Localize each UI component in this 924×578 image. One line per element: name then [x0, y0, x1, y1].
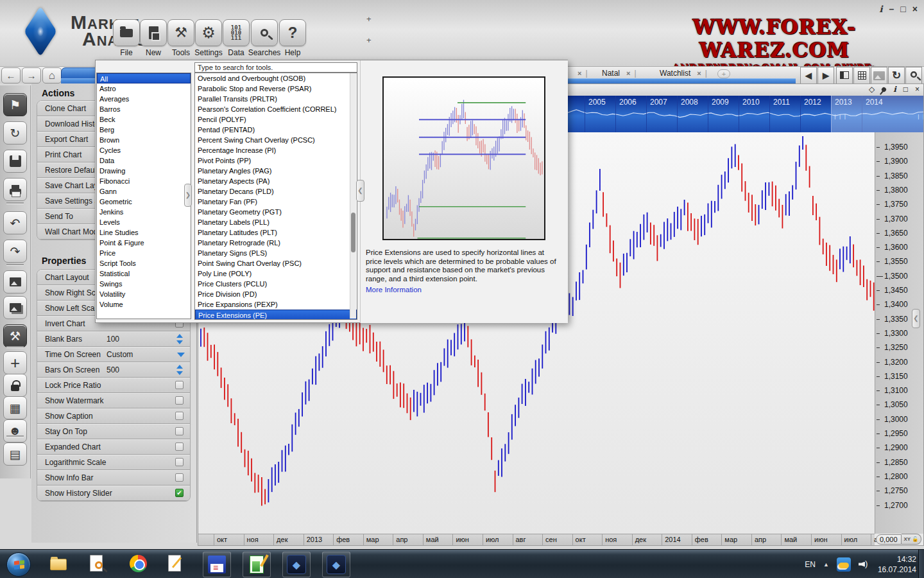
tool-search-input[interactable]: Type to search for tools. [194, 62, 357, 73]
tool-list-scrollbar[interactable] [350, 73, 356, 319]
refresh-button[interactable]: ↻ [888, 67, 905, 84]
category-item[interactable]: Point & Figure [97, 238, 191, 248]
tool-item[interactable]: Planetary Labels (PLL) [195, 217, 357, 227]
property-row[interactable]: Lock Price Ratio [37, 378, 190, 393]
property-row[interactable]: Show Watermark [37, 393, 190, 408]
tab-natal[interactable]: Natal×| [602, 69, 637, 78]
layout-button[interactable] [836, 67, 853, 84]
market-analyst-app-button[interactable]: ◆ [282, 552, 311, 577]
stepper-control[interactable] [176, 334, 184, 344]
settings-button[interactable]: ⚙ [195, 19, 222, 46]
checkbox-checked[interactable]: ✔ [175, 489, 184, 497]
category-item[interactable]: All [97, 73, 191, 83]
tool-item[interactable]: Pearson's Correlation Coefficient (CORRE… [195, 104, 357, 114]
property-row[interactable]: Show Info Bar [37, 470, 190, 486]
category-item[interactable]: Line Studies [97, 227, 191, 238]
checkbox[interactable] [175, 427, 184, 435]
help-button[interactable]: ? [279, 19, 306, 46]
category-item[interactable]: Swings [97, 279, 191, 289]
tab-close-icon[interactable]: ×| [571, 69, 588, 78]
tool-item[interactable]: Price Division (PD) [195, 289, 357, 299]
checkbox[interactable] [175, 396, 184, 405]
maximize-icon[interactable]: □ [903, 85, 908, 94]
language-indicator[interactable]: EN [805, 560, 816, 569]
grid-button[interactable] [853, 67, 870, 84]
search-button[interactable] [905, 67, 922, 84]
tools-button[interactable]: ⚒ [167, 19, 194, 46]
tool-item[interactable]: Percentage Increase (PI) [195, 145, 357, 155]
tool-item[interactable]: Planetary Latitudes (PLT) [195, 227, 357, 238]
selection-right-handle[interactable]: ❘❘❘ [916, 114, 921, 121]
undo-button[interactable]: ↶ [3, 211, 27, 234]
chevron-down-icon[interactable] [177, 353, 185, 357]
back-button[interactable]: ← [1, 67, 21, 83]
category-item[interactable]: Berg [97, 125, 191, 135]
tool-item[interactable]: Planetary Angles (PAG) [195, 166, 357, 176]
tool-item[interactable]: Price Clusters (PCLU) [195, 279, 357, 289]
checkbox[interactable] [175, 473, 184, 482]
diamond-icon[interactable]: ◇ [869, 85, 875, 94]
tool-item[interactable]: Pivot Points (PP) [195, 155, 357, 166]
checkbox[interactable] [175, 412, 184, 420]
chart-actions-button[interactable]: ⚑ [3, 93, 27, 116]
data-button[interactable]: 101010111 [223, 19, 250, 46]
category-item[interactable]: Price [97, 248, 191, 258]
explorer-icon[interactable] [50, 555, 69, 574]
close-icon[interactable]: × [915, 85, 920, 94]
tray-expand-icon[interactable]: ▲ [823, 561, 829, 568]
category-item[interactable]: Astro [97, 83, 191, 94]
info-icon[interactable]: i [879, 4, 882, 14]
crosshair-button[interactable]: + [3, 351, 27, 374]
tool-item[interactable]: Poly Line (POLY) [195, 268, 357, 279]
category-item[interactable]: Brown [97, 135, 191, 145]
market-analyst-app-button-2[interactable]: ◆ [322, 552, 350, 577]
editor-app-button[interactable] [243, 552, 271, 577]
category-item[interactable]: Jenkins [97, 207, 191, 217]
refresh-image-button[interactable]: ↻ [3, 121, 27, 144]
grid-button[interactable]: ▦ [3, 396, 27, 419]
property-row[interactable]: Logarithmic Scale [37, 455, 190, 470]
info-icon[interactable]: i [893, 85, 896, 94]
maximize-icon[interactable]: □ [900, 4, 905, 14]
lock-button[interactable] [3, 374, 27, 397]
tool-item[interactable]: Price Expansions (PEXP) [195, 299, 357, 310]
tool-item[interactable]: Point Swing Chart Overlay (PSC) [195, 258, 357, 268]
category-item[interactable]: Volume [97, 299, 191, 310]
tool-item[interactable]: Planetary Signs (PLS) [195, 248, 357, 258]
property-row[interactable]: Expanded Chart [37, 439, 190, 455]
tool-item[interactable]: Parallel Transits (PRLTR) [195, 94, 357, 104]
tool-item[interactable]: Planetary Geometry (PGT) [195, 207, 357, 217]
tool-item[interactable]: Planetary Fan (PF) [195, 197, 357, 207]
tool-item[interactable]: Pencil (POLYF) [195, 114, 357, 125]
export-images-button[interactable] [3, 296, 27, 319]
redo-button[interactable]: ↷ [3, 240, 27, 263]
tools-wrench-button[interactable]: ⚒ [3, 324, 27, 347]
category-scroll-button[interactable]: ❯ [184, 184, 192, 207]
property-row[interactable]: Time On ScreenCustom [37, 347, 190, 362]
category-item[interactable]: Script Tools [97, 258, 191, 268]
minimize-icon[interactable]: – [889, 4, 894, 14]
category-item[interactable]: Gann [97, 186, 191, 197]
new-tab-button[interactable]: + [717, 69, 730, 78]
property-row[interactable]: Stay On Top [37, 424, 190, 439]
trainer-button[interactable]: ☻ [3, 419, 27, 442]
category-item[interactable]: Geometric [97, 197, 191, 207]
price-scale[interactable]: 1,39501,39001,38501,38001,37501,37001,36… [875, 132, 923, 534]
tab-watchlist[interactable]: Watchlist×| [660, 69, 707, 78]
search-app-icon[interactable] [90, 555, 109, 574]
new-button[interactable] [140, 19, 167, 46]
volume-icon[interactable] [859, 559, 870, 570]
file-button[interactable] [113, 19, 140, 46]
tool-item[interactable]: Pentad (PENTAD) [195, 125, 357, 135]
category-item[interactable]: Beck [97, 114, 191, 125]
clock[interactable]: 14:32 16.07.2014 [878, 554, 916, 575]
export-image-button[interactable] [3, 270, 27, 293]
notes-button[interactable]: ▤ [3, 442, 27, 466]
show-desktop-button[interactable] [918, 550, 924, 578]
tool-item[interactable]: Price Extensions (PE) [195, 310, 357, 320]
tool-item[interactable]: Planetary Decans (PLD) [195, 186, 357, 197]
notepad-icon[interactable] [168, 555, 187, 574]
scrollbar-thumb[interactable] [351, 213, 355, 252]
category-item[interactable]: Averages [97, 94, 191, 104]
history-selection[interactable]: ❘❘❘ ❘❘❘ [831, 96, 923, 132]
